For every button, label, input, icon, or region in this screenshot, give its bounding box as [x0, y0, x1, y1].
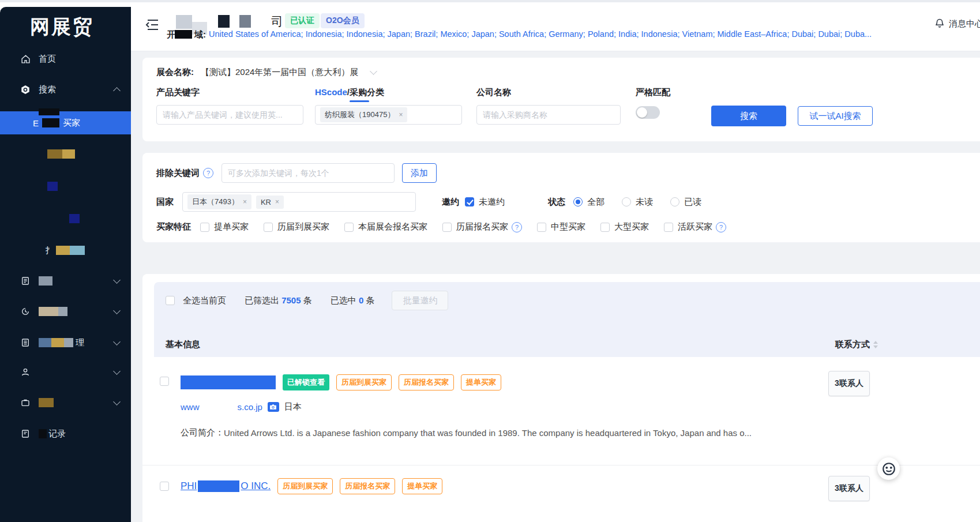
results-header-band: 全选当前页 已筛选出 7505 条 已选中 0 条 批量邀约 基本信息 [154, 282, 980, 357]
add-keyword-button[interactable]: 添加 [402, 163, 437, 183]
hscode-chipbox[interactable]: 纺织服装（190475） × [315, 105, 462, 125]
buyer-tag: 历届到展买家 [277, 478, 333, 494]
remove-chip-icon[interactable]: × [243, 198, 247, 205]
sidebar-item-search[interactable]: 搜索 [0, 77, 131, 102]
exhibition-selected-value[interactable]: 【测试】2024年第一届中国（意大利）展 [201, 67, 358, 78]
buyer-tag: 提单买家 [402, 478, 442, 494]
select-all-label[interactable]: 全选当前页 [183, 295, 226, 306]
sidebar-item-group-manage[interactable]: 理 [0, 330, 131, 355]
row-website-line: www s.co.jp 日本 [181, 401, 980, 412]
website-prefix[interactable]: www [181, 402, 200, 412]
sidebar-subitem[interactable] [0, 141, 131, 167]
column-contact[interactable]: 联系方式 [835, 339, 878, 350]
member-badge: O2O会员 [321, 13, 365, 28]
trait-label-past-registered[interactable]: 历届报名买家 [456, 221, 508, 232]
status-all-label[interactable]: 全部 [587, 197, 604, 208]
expansion-regions-list[interactable]: United States of America; Indonesia; Ind… [209, 29, 945, 39]
redaction-block [39, 307, 58, 316]
sidebar-item-record[interactable]: 记录 [0, 421, 131, 446]
trait-label-medium[interactable]: 中型买家 [551, 221, 585, 232]
active-tab-underline [350, 100, 369, 102]
status-unread-label[interactable]: 未读 [636, 197, 653, 208]
exhibition-label: 展会名称: [156, 67, 194, 78]
chevron-up-icon [113, 87, 121, 95]
column-contact-label: 联系方式 [835, 339, 870, 350]
redaction-block [56, 246, 70, 255]
contacts-button[interactable]: 3联系人 [828, 476, 870, 501]
trait-checkbox-active[interactable] [664, 223, 673, 232]
country-chipbox[interactable]: 日本（7493） × KR × [182, 192, 416, 212]
remove-chip-icon[interactable]: × [275, 198, 279, 205]
trait-checkbox-current-registered[interactable] [344, 223, 354, 232]
country-chip-label: 日本（7493） [192, 197, 239, 207]
uninvited-checkbox[interactable] [465, 197, 474, 206]
camera-icon[interactable] [268, 402, 279, 412]
company-name-input[interactable] [476, 105, 621, 125]
trait-checkbox-large[interactable] [600, 223, 610, 232]
trait-label-active[interactable]: 活跃买家 [678, 221, 712, 232]
website-suffix[interactable]: s.co.jp [238, 402, 262, 412]
collapse-sidebar-icon[interactable] [145, 18, 159, 33]
status-radio-read[interactable] [670, 197, 679, 206]
trait-checkbox-medium[interactable] [537, 223, 546, 232]
sidebar-item-group-2[interactable] [0, 299, 131, 324]
row-checkbox[interactable] [160, 482, 169, 491]
sidebar-item-group-4[interactable] [0, 359, 131, 385]
sidebar-item-label-fragment: 理 [76, 337, 84, 348]
redaction-block [39, 338, 51, 347]
trait-label-past-attendee[interactable]: 历届到展买家 [277, 221, 329, 232]
help-icon[interactable]: ? [203, 168, 213, 178]
trait-checkbox-past-attendee[interactable] [264, 223, 273, 232]
exclude-keywords-input[interactable] [221, 163, 395, 183]
sidebar-item-group-1[interactable] [0, 268, 131, 294]
trait-label-large[interactable]: 大型买家 [614, 221, 649, 232]
sidebar-subitem[interactable]: 扌 [0, 238, 131, 263]
row-checkbox[interactable] [160, 377, 169, 386]
description-text: United Arrows Ltd. is a Japanese fashion… [224, 428, 752, 438]
batch-invite-button[interactable]: 批量邀约 [392, 291, 448, 310]
product-keyword-input[interactable] [156, 105, 303, 125]
company-name-redacted [198, 480, 239, 492]
search-button[interactable]: 搜索 [711, 106, 786, 126]
company-name-link[interactable]: PHI O INC. [181, 480, 271, 492]
document-icon [20, 276, 31, 286]
sidebar-item-group-5[interactable] [0, 390, 131, 415]
sidebar-item-buyer-active[interactable]: E 买家 [0, 111, 131, 134]
hscode-label[interactable]: HScode/采购分类 [315, 87, 384, 98]
sort-icon[interactable] [873, 341, 878, 348]
redaction-block [51, 338, 64, 347]
strict-match-field: 严格匹配 [636, 87, 685, 119]
company-name-redacted[interactable] [181, 375, 276, 389]
column-header-row: 基本信息 联系方式 [154, 332, 980, 357]
message-center[interactable]: 消息中心 [934, 17, 980, 30]
country-chip-label: KR [261, 198, 271, 206]
sidebar-subitem[interactable] [0, 174, 131, 199]
help-icon[interactable]: ? [512, 222, 522, 232]
trait-label-bill[interactable]: 提单买家 [214, 221, 249, 232]
hscode-field: HScode/采购分类 纺织服装（190475） × [315, 87, 462, 125]
status-read-label[interactable]: 已读 [684, 197, 701, 208]
uninvited-label[interactable]: 未邀约 [479, 197, 505, 208]
sidebar-item-label: 首页 [39, 54, 56, 65]
contacts-button[interactable]: 3联系人 [828, 371, 870, 396]
remove-chip-icon[interactable]: × [399, 111, 403, 118]
ai-search-button[interactable]: 试一试AI搜索 [798, 106, 873, 126]
trait-label-current-registered[interactable]: 本届展会报名买家 [358, 221, 427, 232]
column-basic-info: 基本信息 [166, 339, 200, 350]
hscode-chip: 纺织服装（190475） × [320, 107, 407, 122]
help-icon[interactable]: ? [716, 222, 726, 232]
chat-widget-button[interactable] [877, 457, 900, 480]
trait-checkbox-bill[interactable] [200, 223, 209, 232]
trait-checkbox-past-registered[interactable] [442, 223, 452, 232]
sidebar-subitem[interactable] [0, 206, 131, 231]
status-radio-all[interactable] [573, 197, 583, 206]
status-radio-unread[interactable] [622, 197, 631, 206]
product-keyword-label: 产品关键字 [156, 87, 303, 98]
chevron-down-icon[interactable] [370, 67, 378, 75]
select-all-checkbox[interactable] [166, 296, 175, 305]
search-menu-icon [20, 84, 31, 95]
sidebar-item-home[interactable]: 首页 [0, 46, 131, 72]
unlocked-tag[interactable]: 已解锁查看 [283, 374, 329, 390]
sidebar-item-label-fragment: 扌 [45, 245, 54, 256]
strict-match-toggle[interactable] [636, 106, 660, 119]
